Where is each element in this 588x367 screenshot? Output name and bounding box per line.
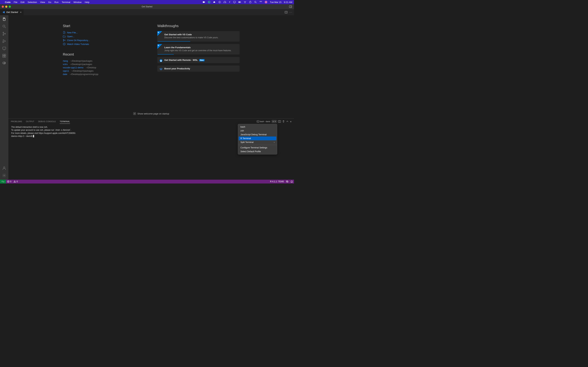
panel-tabbar: PROBLEMS OUTPUT DEBUG CONSOLE TERMINAL b… xyxy=(9,119,294,124)
status-warnings[interactable]: 0 xyxy=(12,180,19,183)
recent-item[interactable]: cpp11~/Desktop/r/packages xyxy=(63,70,136,72)
menu-terminal[interactable]: Terminal xyxy=(62,1,70,3)
checkbox-icon[interactable]: ✓ xyxy=(133,112,136,115)
new-terminal-split-button[interactable]: + xyxy=(272,120,277,123)
wifi-icon[interactable] xyxy=(244,1,246,3)
remote-explorer-icon[interactable] xyxy=(2,46,6,50)
dropdown-item-r-terminal[interactable]: R Terminal xyxy=(239,136,276,140)
source-control-icon[interactable] xyxy=(2,32,6,36)
walkthrough-remote-wsl[interactable]: Get Started with Remote - WSL New xyxy=(157,57,240,63)
menubar-time[interactable]: 9:21 AM xyxy=(284,1,292,3)
start-new-file[interactable]: New File... xyxy=(63,31,136,34)
menubar-date[interactable]: Tue Mar 15 xyxy=(270,1,281,3)
r-extension-icon[interactable] xyxy=(2,61,6,65)
walkthrough-title: Get Started with Remote - WSL xyxy=(164,59,198,61)
control-center-icon[interactable] xyxy=(259,1,262,3)
recent-item[interactable]: vctrs~/Desktop/r/packages xyxy=(63,63,136,66)
terminal-shell-selector[interactable]: bash - davis xyxy=(257,120,270,123)
minimize-window-button[interactable] xyxy=(5,6,7,8)
notifications-bell-icon[interactable] xyxy=(289,180,294,183)
settings-gear-icon[interactable] xyxy=(2,173,6,178)
dropdown-item-select-default[interactable]: Select Default Profile xyxy=(239,150,276,153)
layout-toggle-icon[interactable] xyxy=(289,5,292,8)
panel-tab-problems[interactable]: PROBLEMS xyxy=(11,119,22,124)
svg-rect-31 xyxy=(3,56,4,57)
bluetooth-icon[interactable]: ⚡︎ xyxy=(229,0,231,4)
svg-rect-3 xyxy=(224,2,224,3)
svg-point-1 xyxy=(208,1,210,3)
feedback-icon[interactable] xyxy=(285,180,289,183)
split-editor-icon[interactable] xyxy=(285,11,287,14)
tab-get-started[interactable]: Get Started × xyxy=(0,9,24,15)
walkthrough-fundamentals[interactable]: ★ Learn the Fundamentals Jump right into… xyxy=(157,44,240,55)
dropdown-item-split-terminal[interactable]: Split Terminal› xyxy=(239,140,276,144)
app-name[interactable]: Code xyxy=(5,1,11,3)
panel-tab-output[interactable]: OUTPUT xyxy=(26,119,34,124)
recent-item[interactable]: rlang~/Desktop/r/packages xyxy=(63,60,136,62)
warning-count: 0 xyxy=(17,180,18,183)
svg-point-35 xyxy=(3,167,5,168)
walkthrough-productivity[interactable]: Boost your Productivity xyxy=(157,66,240,72)
play-circle-icon[interactable] xyxy=(218,1,221,3)
menu-help[interactable]: Help xyxy=(85,1,89,3)
split-terminal-icon[interactable] xyxy=(278,120,281,123)
remote-indicator[interactable] xyxy=(0,180,6,184)
svg-rect-45 xyxy=(257,121,259,123)
svg-rect-32 xyxy=(4,56,6,57)
grammarly-icon[interactable] xyxy=(208,1,210,3)
menu-window[interactable]: Window xyxy=(73,1,82,3)
account-icon[interactable] xyxy=(2,166,6,170)
siri-icon[interactable] xyxy=(265,1,268,3)
cloud-icon[interactable] xyxy=(213,1,216,3)
extensions-icon[interactable] xyxy=(2,54,6,58)
explorer-icon[interactable] xyxy=(2,17,6,21)
panel-tab-terminal[interactable]: TERMINAL xyxy=(60,119,70,124)
walkthrough-get-started[interactable]: ★ Get Started with VS Code Discover the … xyxy=(157,31,240,42)
close-window-button[interactable] xyxy=(2,6,4,8)
status-errors[interactable]: 0 xyxy=(6,180,12,183)
plus-icon: + xyxy=(272,120,274,123)
chevron-up-icon[interactable] xyxy=(286,120,289,123)
recent-item[interactable]: vscode-cpp11-demo~/Desktop xyxy=(63,66,136,69)
search-icon[interactable] xyxy=(254,1,257,3)
graduation-icon xyxy=(159,68,163,71)
menu-selection[interactable]: Selection xyxy=(28,1,37,3)
close-tab-icon[interactable]: × xyxy=(20,11,21,14)
more-actions-icon[interactable]: ··· xyxy=(289,11,292,13)
display-icon[interactable] xyxy=(233,1,236,3)
recent-heading: Recent xyxy=(63,52,136,57)
start-open[interactable]: Open... xyxy=(63,35,136,38)
run-debug-icon[interactable] xyxy=(2,39,6,43)
timer-icon[interactable] xyxy=(249,1,252,3)
recent-item[interactable]: date~/Desktop/programming/cpp xyxy=(63,73,136,75)
menu-file[interactable]: File xyxy=(14,1,17,3)
editor-tabbar: Get Started × ··· xyxy=(0,9,294,15)
headphones-icon[interactable] xyxy=(224,1,226,3)
show-welcome-checkbox-row[interactable]: ✓ Show welcome page on startup xyxy=(9,112,294,115)
menu-edit[interactable]: Edit xyxy=(20,1,24,3)
svg-point-39 xyxy=(65,40,65,41)
svg-point-26 xyxy=(5,33,6,34)
svg-point-36 xyxy=(4,175,5,176)
window-titlebar: Get Started xyxy=(0,4,294,9)
battery-icon[interactable] xyxy=(238,1,241,3)
search-sidebar-icon[interactable] xyxy=(2,24,6,28)
dropdown-item-bash[interactable]: bash xyxy=(239,125,276,129)
bottom-panel: PROBLEMS OUTPUT DEBUG CONSOLE TERMINAL b… xyxy=(9,118,294,180)
menu-view[interactable]: View xyxy=(40,1,45,3)
panel-tab-debug-console[interactable]: DEBUG CONSOLE xyxy=(38,119,56,124)
zoom-window-button[interactable] xyxy=(9,6,11,8)
menu-run[interactable]: Run xyxy=(54,1,59,3)
dropdown-item-zsh[interactable]: zsh xyxy=(239,129,276,133)
menu-go[interactable]: Go xyxy=(48,1,51,3)
tab-actions: ··· xyxy=(285,9,294,15)
start-clone[interactable]: Clone Git Repository... xyxy=(63,39,136,42)
trash-icon[interactable] xyxy=(282,120,285,123)
dropdown-item-configure[interactable]: Configure Terminal Settings xyxy=(239,146,276,150)
dropdown-item-js-debug[interactable]: JavaScript Debug Terminal xyxy=(239,133,276,136)
start-tutorials[interactable]: Watch Video Tutorials xyxy=(63,43,136,45)
status-r-version[interactable]: R 4.1.1: 75345 xyxy=(269,180,285,183)
close-panel-icon[interactable]: × xyxy=(290,120,292,123)
recent-list: rlang~/Desktop/r/packages vctrs~/Desktop… xyxy=(63,60,136,75)
video-icon[interactable] xyxy=(202,1,205,3)
